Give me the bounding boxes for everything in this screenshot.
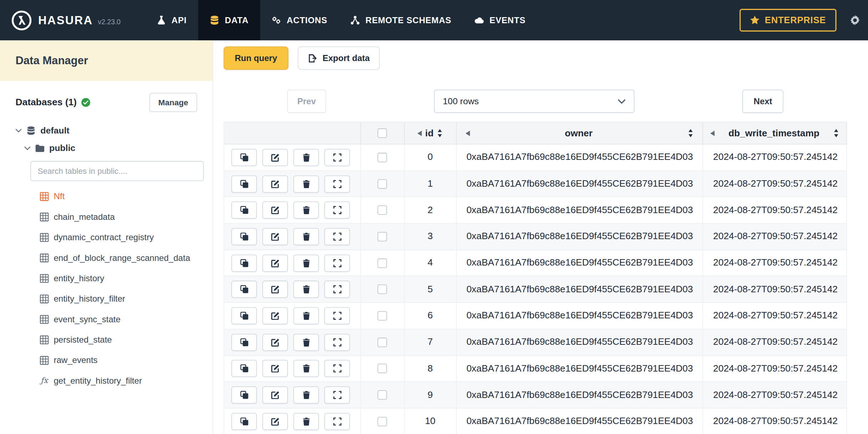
expand-row-button[interactable] <box>324 228 350 245</box>
delete-row-button[interactable] <box>293 307 319 324</box>
row-checkbox[interactable] <box>378 232 387 241</box>
trash-icon <box>302 338 310 346</box>
sidebar-table-get_entity_history_filter[interactable]: ƒxget_entity_history_filter <box>40 370 197 391</box>
edit-row-button[interactable] <box>262 413 288 430</box>
collapse-column-icon[interactable] <box>465 130 470 136</box>
sort-icon[interactable] <box>688 129 694 137</box>
delete-row-button[interactable] <box>293 360 319 377</box>
row-checkbox[interactable] <box>378 285 387 294</box>
copy-row-button[interactable] <box>231 334 257 351</box>
row-checkbox[interactable] <box>378 338 387 347</box>
sort-icon[interactable] <box>833 129 839 137</box>
cell-db-write-timestamp: 2024-08-27T09:50:57.245142 <box>703 277 847 302</box>
copy-row-button[interactable] <box>231 307 257 324</box>
edit-row-button[interactable] <box>262 202 288 219</box>
next-page-button[interactable]: Next <box>743 90 783 113</box>
copy-row-button[interactable] <box>231 360 257 377</box>
manage-button[interactable]: Manage <box>150 93 197 112</box>
copy-row-button[interactable] <box>231 387 257 404</box>
edit-row-button[interactable] <box>262 307 288 324</box>
expand-row-button[interactable] <box>324 307 350 324</box>
cell-id: 8 <box>404 356 456 382</box>
expand-row-button[interactable] <box>324 254 350 272</box>
nav-item-events[interactable]: EVENTS <box>463 0 537 40</box>
collapse-column-icon[interactable] <box>418 130 422 136</box>
expand-row-button[interactable] <box>324 149 350 166</box>
edit-row-button[interactable] <box>262 334 288 351</box>
row-checkbox[interactable] <box>378 417 387 426</box>
table-search-input[interactable] <box>30 161 203 181</box>
copy-row-button[interactable] <box>231 254 257 272</box>
sidebar-table-dynamic_contract_registry[interactable]: dynamic_contract_registry <box>40 227 197 247</box>
copy-row-button[interactable] <box>231 228 257 245</box>
prev-page-button[interactable]: Prev <box>287 90 326 113</box>
copy-row-button[interactable] <box>231 202 257 219</box>
edit-row-button[interactable] <box>262 175 288 192</box>
sidebar-table-entity_history[interactable]: entity_history <box>40 268 197 288</box>
expand-row-button[interactable] <box>324 334 350 351</box>
delete-row-button[interactable] <box>293 149 319 166</box>
delete-row-button[interactable] <box>293 334 319 351</box>
sidebar-table-persisted_state[interactable]: persisted_state <box>40 329 197 350</box>
sidebar-table-raw_events[interactable]: raw_events <box>40 350 197 370</box>
expand-row-button[interactable] <box>324 202 350 219</box>
edit-row-button[interactable] <box>262 254 288 272</box>
expand-row-button[interactable] <box>324 281 350 298</box>
rows-per-page-select[interactable]: 100 rows <box>434 90 634 113</box>
cell-id: 10 <box>404 408 456 434</box>
nav-item-data[interactable]: DATA <box>198 0 260 40</box>
copy-row-button[interactable] <box>231 149 257 166</box>
collapse-column-icon[interactable] <box>710 130 715 136</box>
enterprise-button[interactable]: ENTERPRISE <box>739 9 836 32</box>
row-checkbox[interactable] <box>378 258 387 268</box>
sidebar-table-event_sync_state[interactable]: event_sync_state <box>40 309 197 329</box>
delete-row-button[interactable] <box>293 202 319 219</box>
row-checkbox[interactable] <box>378 390 387 400</box>
export-data-button[interactable]: Export data <box>298 46 380 70</box>
row-checkbox[interactable] <box>378 153 387 162</box>
row-checkbox[interactable] <box>378 311 387 321</box>
expand-row-button[interactable] <box>324 360 350 377</box>
edit-row-button[interactable] <box>262 387 288 404</box>
copy-row-button[interactable] <box>231 281 257 298</box>
edit-row-button[interactable] <box>262 360 288 377</box>
copy-row-button[interactable] <box>231 175 257 192</box>
tree-item-schema-public[interactable]: public <box>24 140 197 157</box>
edit-row-button[interactable] <box>262 228 288 245</box>
sidebar-table-Nft[interactable]: Nft <box>40 186 197 206</box>
nav-item-remote-schemas[interactable]: REMOTE SCHEMAS <box>339 0 463 40</box>
nav-item-api[interactable]: API <box>145 0 198 40</box>
cell-id: 9 <box>404 382 456 408</box>
sort-icon[interactable] <box>437 129 443 137</box>
delete-row-button[interactable] <box>293 175 319 192</box>
row-checkbox[interactable] <box>378 179 387 188</box>
table-row: 100xaBA7161A7fb69c88e16ED9f455CE62B791EE… <box>224 408 847 434</box>
delete-row-button[interactable] <box>293 281 319 298</box>
sidebar-table-end_of_block_range_scanned_data[interactable]: end_of_block_range_scanned_data <box>40 247 197 268</box>
delete-row-button[interactable] <box>293 413 319 430</box>
trash-icon <box>302 153 310 161</box>
table-icon <box>40 294 49 303</box>
row-checkbox[interactable] <box>378 206 387 215</box>
expand-row-button[interactable] <box>324 175 350 192</box>
expand-row-button[interactable] <box>324 413 350 430</box>
expand-row-button[interactable] <box>324 387 350 404</box>
nav-item-actions[interactable]: ACTIONS <box>260 0 339 40</box>
edit-row-button[interactable] <box>262 149 288 166</box>
toolbar: Run query Export data <box>224 46 868 70</box>
row-checkbox[interactable] <box>378 364 387 373</box>
row-actions <box>224 356 361 382</box>
tree-item-database-default[interactable]: default <box>15 122 197 140</box>
edit-row-button[interactable] <box>262 281 288 298</box>
brand[interactable]: HASURA v2.23.0 <box>11 0 121 40</box>
edit-icon <box>271 417 279 425</box>
settings-gear-icon[interactable] <box>850 15 860 25</box>
delete-row-button[interactable] <box>293 228 319 245</box>
delete-row-button[interactable] <box>293 387 319 404</box>
select-all-checkbox[interactable] <box>378 128 387 138</box>
sidebar-table-chain_metadata[interactable]: chain_metadata <box>40 207 197 227</box>
delete-row-button[interactable] <box>293 254 319 272</box>
run-query-button[interactable]: Run query <box>224 46 288 70</box>
sidebar-table-entity_history_filter[interactable]: entity_history_filter <box>40 288 197 309</box>
copy-row-button[interactable] <box>231 413 257 430</box>
